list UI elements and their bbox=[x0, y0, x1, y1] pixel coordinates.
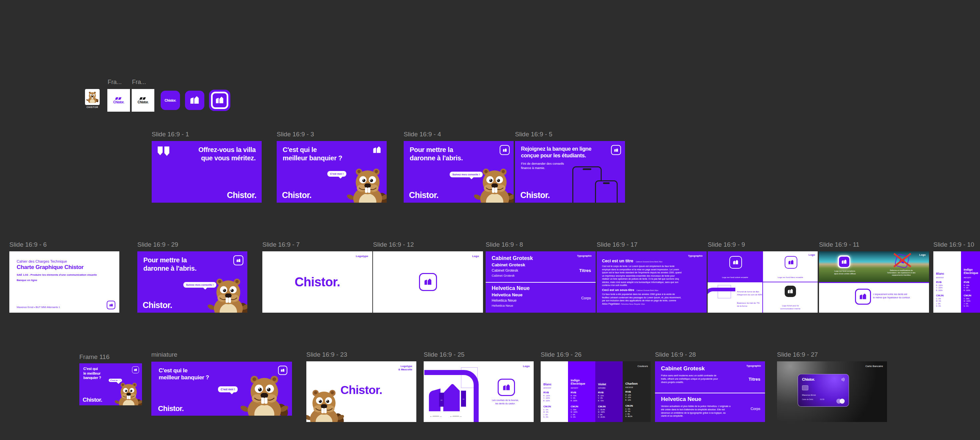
cmjn-label: CMJN bbox=[936, 294, 943, 297]
beaver-sticker-tile[interactable] bbox=[85, 89, 100, 105]
sample-body2: Ce faux texte a été popularisé dans les … bbox=[602, 293, 681, 305]
icon-ring bbox=[211, 92, 228, 109]
app-icon-tile[interactable] bbox=[185, 91, 204, 110]
slide-headline: C'est qui le meilleur banquier ? bbox=[283, 146, 342, 162]
frame-title[interactable]: Fra... bbox=[108, 79, 122, 86]
cmjn-values: C : 0% M : 0% J : 0% N : 0% bbox=[936, 298, 941, 308]
figma-canvas[interactable]: CHISTOR Fra... Fra... Chistor. Chistor. … bbox=[0, 0, 980, 440]
slide-16-9-12[interactable]: Logo bbox=[373, 251, 483, 313]
frame-title[interactable]: Fra... bbox=[132, 79, 146, 86]
logo-wordmark: Chistor. bbox=[409, 190, 438, 200]
card-chip bbox=[802, 385, 808, 390]
logo-wordmark: Chistor. bbox=[295, 275, 340, 289]
frame-title[interactable]: Slide 16:9 - 28 bbox=[655, 351, 696, 358]
slide-16-9-11[interactable]: Logo Logo sur fond complexe, ajout d'une… bbox=[819, 251, 929, 313]
slide-headline: C'est qui le meilleur banquier ? bbox=[83, 367, 101, 380]
frame-title[interactable]: Slide 16:9 - 1 bbox=[152, 131, 189, 138]
beaver-mascot bbox=[306, 388, 345, 422]
slash-mark-icon bbox=[139, 97, 147, 100]
frame-title[interactable]: Slide 16:9 - 6 bbox=[10, 241, 47, 248]
spacing-band: ↔ bbox=[461, 391, 466, 407]
cmjn-label: CMJN bbox=[543, 405, 551, 408]
corner-label: Logo bbox=[473, 255, 479, 258]
color-column-blanc: Blanc #FFFFFF RVB R : 100% V : 100% B : … bbox=[541, 361, 568, 422]
card-expiry: 01/30 bbox=[820, 398, 824, 400]
frame-title[interactable]: Slide 16:9 - 17 bbox=[597, 241, 638, 248]
slide-16-9-29[interactable]: Pour mettre la daronne à l'abris. Suivez… bbox=[137, 251, 247, 313]
beaver-line-icon bbox=[86, 91, 99, 103]
cmjn-label: CMJN bbox=[571, 405, 578, 408]
color-column-indigo: Indigo Électrique #6F00FF RVB R : 43% V … bbox=[961, 251, 980, 313]
slide-16-9-17[interactable]: Typographie Ceci est un titre Cabinet Gr… bbox=[597, 251, 707, 313]
rvb-label: RVB bbox=[571, 391, 576, 394]
frame-title[interactable]: Frame 116 bbox=[80, 353, 109, 361]
frame-title[interactable]: Slide 16:9 - 29 bbox=[137, 241, 178, 248]
frame-title[interactable]: Slide 16:9 - 12 bbox=[373, 241, 414, 248]
color-hex: #4F00B6 bbox=[598, 387, 605, 389]
slide-16-9-6[interactable]: Cahier des Charges Technique Charte Grap… bbox=[10, 251, 119, 313]
slide-16-9-5[interactable]: Rejoignez la banque en ligne conçue pour… bbox=[515, 141, 625, 203]
app-icon bbox=[839, 257, 850, 267]
slide-16-9-9[interactable]: Logo sur fond coloré encadré Logo Logo s… bbox=[708, 251, 818, 313]
corner-label: Logo bbox=[809, 253, 815, 256]
rvb-values: R : 12% V : 12% B : 12% bbox=[625, 394, 631, 401]
rvb-label: RVB bbox=[936, 281, 942, 284]
slide-16-9-25[interactable]: Logo ↔ ↔ ←——→ ←——→ Les courbes de la bou… bbox=[424, 361, 534, 422]
color-column-indigo: Indigo Électrique #6F00FF RVB R : 43% V … bbox=[568, 361, 595, 422]
caption: Logo sur fond complexe, ajout d'une ombr… bbox=[825, 270, 865, 275]
frame-title[interactable]: Slide 16:9 - 11 bbox=[819, 241, 859, 248]
cmjn-values: C : 0% M : 0% J : 0% N : 0% bbox=[543, 409, 548, 419]
quad-logo-dark: Logo foncé pour la communication interne bbox=[763, 282, 818, 313]
cmjn-label: CMJN bbox=[964, 294, 971, 297]
corner-label: Carte Bancaire bbox=[865, 365, 883, 368]
slide-headline: Pour mettre la daronne à l'abris. bbox=[143, 256, 196, 273]
frame-title[interactable]: Slide 16:9 - 27 bbox=[777, 351, 818, 358]
frame-116[interactable]: C'est qui le meilleur banquier ? C'est m… bbox=[80, 363, 142, 405]
color-column-charbon: Couleurs Charbon #1E1E1E RVB R : 12% V :… bbox=[623, 361, 651, 422]
cmjn-values: C : 0% M : 0% J : 0% N : 88.2% bbox=[625, 408, 632, 418]
frame-title[interactable]: Slide 16:9 - 23 bbox=[306, 351, 347, 358]
slide-16-9-3[interactable]: C'est qui le meilleur banquier ? C'est m… bbox=[277, 141, 387, 203]
usage-label: Titres bbox=[579, 268, 591, 273]
frame-title[interactable]: Slide 16:9 - 5 bbox=[515, 131, 552, 138]
app-icon-tile-ring[interactable] bbox=[209, 90, 230, 111]
frame-title[interactable]: Slide 16:9 - 10 bbox=[933, 241, 974, 248]
wordmark-tile[interactable]: Chistor. bbox=[161, 91, 180, 110]
caption: Logo sur fond blanc encadré bbox=[763, 276, 818, 278]
color-name: Indigo Électrique bbox=[964, 268, 978, 275]
dark-app-icon bbox=[785, 286, 796, 297]
cmjn-values: C : 56% M : 100% J : 0% N : 0% bbox=[571, 409, 578, 419]
logo-wordmark: Chistor. bbox=[138, 100, 148, 104]
frame-title[interactable]: Slide 16:9 - 8 bbox=[486, 241, 523, 248]
beaver-mascot bbox=[239, 374, 290, 416]
frame-title[interactable]: Slide 16:9 - 4 bbox=[404, 131, 441, 138]
logo-frame-black[interactable]: Chistor. bbox=[132, 89, 154, 112]
frame-title[interactable]: Slide 16:9 - 9 bbox=[708, 241, 745, 248]
slide-16-9-28[interactable]: Typographie Cabinet Grotesk Police sans-… bbox=[655, 361, 765, 422]
logo-frame-purple[interactable]: Chistor. bbox=[107, 89, 130, 112]
frame-title[interactable]: miniature bbox=[151, 351, 177, 358]
slide-16-9-4[interactable]: Pour mettre la daronne à l'abris. Suivez… bbox=[404, 141, 514, 203]
slide-headline: Pour mettre la daronne à l'abris. bbox=[410, 146, 463, 162]
frame-miniature[interactable]: C'est qui le meilleur banquier ? C'est m… bbox=[151, 362, 292, 416]
card-brand: Chistor. bbox=[802, 377, 815, 381]
corner-label: Typographie bbox=[746, 365, 761, 367]
rvb-values: R : 100% V : 100% B : 100% bbox=[936, 284, 943, 292]
slide-16-9-27[interactable]: Carte Bancaire Chistor. Maxence Ernst Ca… bbox=[777, 361, 887, 422]
app-icon-badge bbox=[611, 145, 621, 155]
slide-16-9-1[interactable]: Offrez-vous la villa que vous méritez. C… bbox=[152, 141, 262, 203]
font-description: Version actualisée et plus lisible de la… bbox=[661, 405, 731, 418]
frame-title[interactable]: Slide 16:9 - 25 bbox=[424, 351, 465, 358]
slide-16-9-10[interactable]: Blanc #FFFFFF RVB R : 100% V : 100% B : … bbox=[933, 251, 980, 313]
bank-card: Chistor. Maxence Ernst Carte de Débit 01… bbox=[798, 374, 849, 407]
slide-16-9-8[interactable]: Typographie Cabinet Grotesk Cabinet Grot… bbox=[486, 251, 596, 313]
frame-title[interactable]: Slide 16:9 - 3 bbox=[277, 131, 314, 138]
frame-title[interactable]: Slide 16:9 - 26 bbox=[541, 351, 582, 358]
quote-teeth-icon bbox=[158, 146, 170, 156]
slide-16-9-26[interactable]: Blanc #FFFFFF RVB R : 100% V : 100% B : … bbox=[541, 361, 651, 422]
slide-16-9-23[interactable]: Logotype & Mascotte Chistor. bbox=[306, 361, 416, 422]
slide-16-9-7[interactable]: Logotype Chistor. bbox=[262, 251, 372, 313]
frame-title[interactable]: Slide 16:9 - 7 bbox=[262, 241, 300, 248]
quad-logo-specs: Arrondi de forme de 8px Allègement du co… bbox=[708, 282, 762, 313]
font-spec-tag: Helvetica Neue Regular 12px bbox=[621, 303, 645, 305]
